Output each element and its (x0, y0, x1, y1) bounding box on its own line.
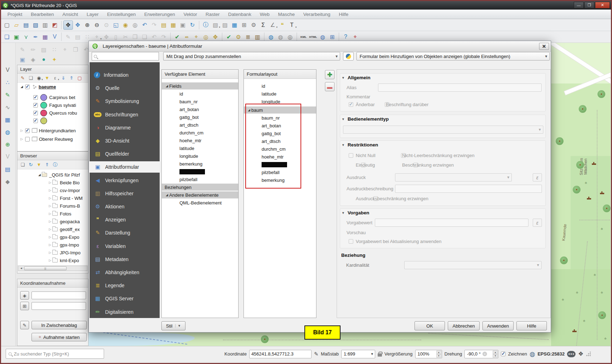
bookmark-editor-button[interactable]: ▣ (178, 21, 188, 30)
scroll-left-arrow-icon[interactable]: ◄ (18, 267, 24, 270)
tree-item[interactable]: pilzbefall (179, 176, 198, 183)
dialog-sidebar-item-verkn-pfungen[interactable]: ◀Verknüpfungen (90, 175, 160, 186)
labeling-button[interactable]: ab (182, 32, 191, 41)
zoom-last-button[interactable]: ↶ (140, 21, 149, 30)
minimize-button[interactable]: — (574, 2, 584, 8)
dialog-sidebar-item-quelle[interactable]: ⚙Quelle (90, 82, 160, 94)
form-editor-mode-select[interactable]: Mit Drag and Drop zusammenstellen (163, 52, 340, 60)
show-bookmarks-button[interactable]: ▦ (168, 21, 178, 30)
expand-all-button[interactable]: ⇓ (59, 74, 67, 82)
menu-masche[interactable]: Masche (274, 10, 298, 18)
start-capture-button[interactable]: ⌖Aufnahme starten (32, 333, 87, 341)
globe-blue-button[interactable]: ◍ (266, 32, 276, 41)
open-project-button[interactable]: ▱ (12, 21, 21, 30)
label-pin-button[interactable]: ⌖ (191, 32, 201, 41)
help-button[interactable]: Hilfe (516, 321, 547, 330)
remove-element-button[interactable]: ▬ (325, 82, 334, 91)
scale-select[interactable]: 1:699 (341, 350, 375, 358)
menu-datenbank[interactable]: Datenbank (224, 10, 255, 18)
remove-layer-button[interactable]: ▢ (76, 74, 84, 82)
zoom-out-button[interactable]: ⊖ (92, 21, 102, 30)
dialog-sidebar-item-digitalisieren[interactable]: ✏Digitalisieren (90, 306, 160, 318)
render-checkbox[interactable] (501, 352, 505, 356)
add-point-button[interactable]: ⊕ (3, 140, 12, 149)
attribute-grid-button[interactable]: ▦ (3, 115, 12, 124)
menu-vektor[interactable]: Vektor (180, 10, 201, 18)
dialog-sidebar-item-symbolisierung[interactable]: ✎Symbolisierung (90, 96, 160, 107)
dialog-sidebar-item-variablen[interactable]: εVariablen (90, 241, 160, 252)
layer-row[interactable]: ▷Hintergrundkarten (19, 127, 90, 134)
refresh-browser-button[interactable]: ↻ (27, 161, 35, 169)
undo-button[interactable]: ↶ (149, 32, 159, 41)
binoculars-button[interactable]: ◎ (285, 32, 295, 41)
collapse-all-button[interactable]: ⇑ (68, 74, 75, 82)
rotation-input[interactable]: -90,0 °×▲▼ (464, 350, 498, 358)
layer-visibility-checkbox[interactable] (25, 85, 30, 89)
close-button[interactable]: ✕ (595, 2, 610, 8)
lock-scale-icon[interactable] (378, 353, 382, 357)
pan-map-button[interactable]: ✥ (63, 21, 73, 30)
select-features-button[interactable]: ▧▾ (211, 21, 220, 30)
deselect-features-button[interactable]: ▨ (220, 21, 230, 30)
dialog-close-button[interactable]: 🗙 (539, 43, 549, 50)
expand-icon[interactable]: ◢ (247, 108, 251, 112)
tree-item[interactable]: longitude (262, 98, 280, 105)
collapse-arrow-icon[interactable]: ▼ (342, 143, 345, 147)
expand-icon[interactable]: ▷ (48, 196, 52, 200)
collapse-browser-button[interactable]: ⇑ (43, 161, 51, 169)
messages-bubble-icon[interactable]: ●●● (567, 351, 576, 357)
vector-layer-button[interactable]: V (50, 32, 59, 41)
layer-checked-button[interactable]: ✔ (224, 32, 234, 41)
crs-globe-icon[interactable]: ◍ (530, 350, 535, 358)
layer-visibility-checkbox[interactable] (33, 95, 38, 100)
processing-toolbox-button[interactable]: ⚙ (249, 21, 258, 30)
expand-icon[interactable]: ▷ (48, 204, 52, 208)
digitize-points-button[interactable]: ∷ (82, 32, 92, 41)
layer-visibility-checkbox[interactable] (33, 111, 38, 115)
dialog-sidebar-item-legende[interactable]: ≣Legende (90, 280, 160, 291)
spinner-buttons[interactable]: ▲▼ (436, 351, 441, 358)
statistics-sum-button[interactable]: Σ (258, 21, 268, 30)
copy-to-clipboard-button[interactable]: In Zwischenablag (32, 321, 87, 329)
zoom-to-layer-button[interactable]: ◎ (130, 21, 140, 30)
coordinate-input[interactable] (249, 350, 311, 358)
expand-icon[interactable]: ◢ (165, 193, 169, 197)
tree-item[interactable]: Beziehungen (165, 184, 191, 191)
dialog-sidebar-item-beschriftungen[interactable]: abcBeschriftungen (90, 109, 160, 120)
expand-icon[interactable]: ▷ (19, 137, 24, 141)
form-suppress-select[interactable]: Formular beim Hinzufügen von Objekten an… (356, 52, 550, 60)
layer-row[interactable]: ▷Oberer Reutweg (19, 135, 90, 143)
identify-features-button[interactable]: ⓘ (201, 21, 211, 30)
text-annotation-button[interactable]: T▾ (287, 21, 297, 30)
expand-icon[interactable]: ▷ (48, 235, 52, 239)
move-feature-button[interactable]: ✥ (102, 32, 111, 41)
crs-picker-button[interactable]: ◈ (20, 291, 29, 300)
expand-icon[interactable]: ▷ (48, 227, 52, 231)
map-canvas-right[interactable]: Sitzendes Mädchen Kauernde ♣♣♣♣♣♣♣♣ (551, 43, 611, 346)
expand-icon[interactable]: ▷ (19, 129, 24, 132)
dialog-sidebar-item-darstellung[interactable]: ✎Darstellung (90, 227, 160, 238)
zoom-to-selection-button[interactable]: ◉ (121, 21, 130, 30)
menu-web[interactable]: Web (256, 10, 274, 18)
mesh-node-button[interactable]: ◆ (3, 177, 12, 186)
layer-settings-button[interactable]: ⚙ (234, 32, 243, 41)
collapse-arrow-icon[interactable]: ▼ (342, 211, 345, 215)
maximize-button[interactable]: ❐ (584, 2, 594, 8)
locator-search-input[interactable]: Zu suchender Typ (Strg+K) (6, 349, 104, 359)
paste-features-button[interactable]: ❏ (140, 32, 149, 41)
save-project-button[interactable]: ▤ (21, 21, 31, 30)
grid-layer-button[interactable]: ▤ (3, 164, 12, 174)
globe-gray-button[interactable]: ◍ (276, 32, 285, 41)
edit-d-button[interactable]: ∷ (50, 45, 59, 54)
tool-a-button[interactable]: ▣ (18, 55, 27, 64)
layer-visibility-checkbox[interactable] (25, 128, 30, 133)
tree-item[interactable]: art_botan (179, 106, 199, 113)
magnifier-input[interactable]: 100%▲▼ (415, 350, 442, 358)
color-drop-button[interactable]: ● (39, 55, 48, 64)
filter-legend-button[interactable]: ▼ (43, 74, 51, 82)
widget-type-select[interactable] (343, 126, 543, 134)
grid-tool-button[interactable]: ⊞ (327, 32, 337, 41)
edit-e-button[interactable]: ⌖ (60, 45, 70, 54)
scroll-thumb[interactable]: ||| (24, 266, 67, 270)
georeferencer-button[interactable]: ◍ (3, 127, 12, 137)
